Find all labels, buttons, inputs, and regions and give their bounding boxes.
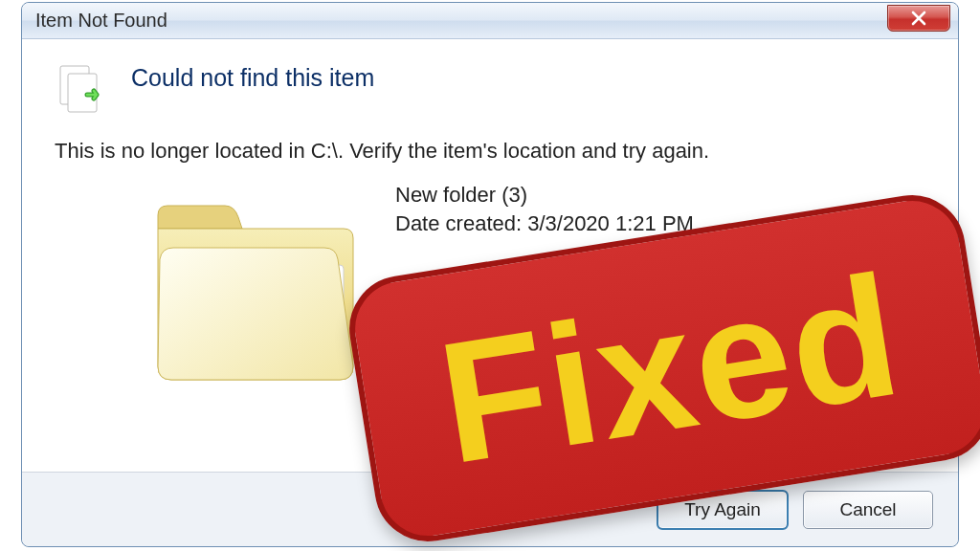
document-move-icon xyxy=(55,64,110,120)
item-date-label: Date created: xyxy=(395,211,522,235)
folder-icon xyxy=(141,177,361,397)
error-description: This is no longer located in C:\. Verify… xyxy=(55,139,925,164)
error-heading: Could not find this item xyxy=(131,64,374,92)
sticker-label: Fixed xyxy=(428,234,913,502)
window-title: Item Not Found xyxy=(35,10,167,32)
close-icon xyxy=(910,10,927,27)
item-name: New folder (3) xyxy=(395,181,694,209)
item-date: 3/3/2020 1:21 PM xyxy=(527,211,694,235)
cancel-button[interactable]: Cancel xyxy=(803,491,933,529)
titlebar[interactable]: Item Not Found xyxy=(22,3,958,39)
item-date-row: Date created: 3/3/2020 1:21 PM xyxy=(395,209,694,238)
close-button[interactable] xyxy=(887,5,950,32)
